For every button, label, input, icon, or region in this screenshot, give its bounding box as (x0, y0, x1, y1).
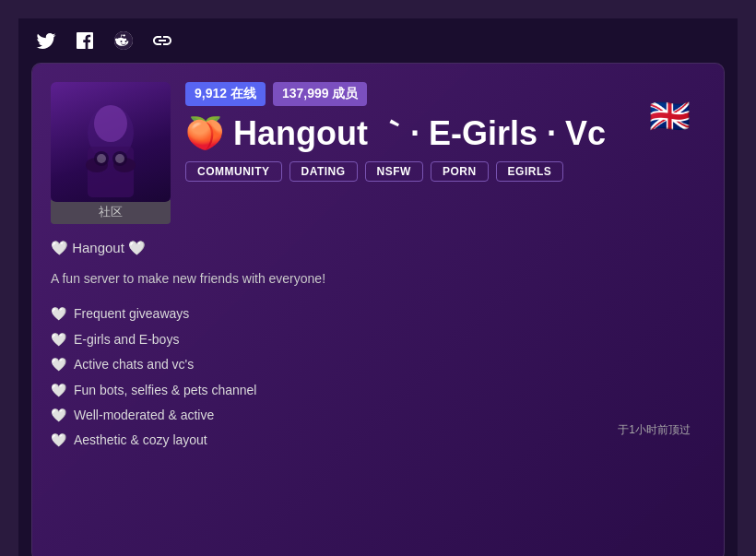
feature-text-1: Frequent giveaways (74, 303, 189, 324)
feature-item: 🤍 Well-moderated & active (51, 405, 705, 425)
hangout-header: 🤍 Hangout 🤍 (51, 237, 705, 259)
server-emoji: 🍑 (185, 116, 224, 150)
tag-porn[interactable]: PORN (431, 161, 489, 182)
svg-point-1 (121, 41, 123, 42)
feature-list: 🤍 Frequent giveaways 🤍 E-girls and E-boy… (51, 303, 705, 450)
card-body: 🤍 Hangout 🤍 A fun server to make new fri… (51, 237, 705, 451)
feature-text-5: Well-moderated & active (74, 405, 214, 425)
stats-row: 9,912 在线 137,999 成员 (185, 82, 705, 106)
server-name: 🍑 Hangout ｀· E-Girls · Vc (185, 115, 705, 152)
feature-item: 🤍 E-girls and E-boys (51, 329, 705, 349)
card-header: 社区 9,912 在线 137,999 成员 🍑 Hangout ｀· E-Gi… (51, 82, 705, 224)
heart-icon-1: 🤍 (51, 303, 66, 324)
timestamp: 于1小时前顶过 (618, 422, 691, 438)
feature-item: 🤍 Frequent giveaways (51, 303, 705, 324)
members-badge: 137,999 成员 (273, 82, 368, 106)
feature-item: 🤍 Active chats and vc's (51, 354, 705, 374)
svg-point-11 (115, 154, 124, 163)
svg-point-2 (125, 41, 127, 42)
tags-row: COMMUNITY DATING NSFW PORN EGIRLS (185, 161, 705, 182)
feature-text-2: E-girls and E-boys (74, 329, 179, 349)
heart-icon-4: 🤍 (51, 380, 66, 400)
description: A fun server to make new friends with ev… (51, 268, 705, 289)
avatar-label: 社区 (51, 200, 171, 224)
main-container: 🇬🇧 (18, 18, 738, 556)
svg-point-10 (97, 154, 106, 163)
avatar-section: 社区 (51, 82, 171, 224)
feature-text-3: Active chats and vc's (74, 354, 194, 374)
avatar (51, 82, 171, 202)
reddit-icon[interactable] (111, 28, 136, 53)
heart-icon-6: 🤍 (51, 430, 66, 450)
tag-community[interactable]: COMMUNITY (185, 161, 282, 182)
flag-icon: 🇬🇧 (649, 97, 691, 136)
tag-egirls[interactable]: EGIRLS (496, 161, 564, 182)
feature-text-6: Aesthetic & cozy layout (74, 430, 207, 450)
link-icon[interactable] (149, 28, 175, 53)
facebook-icon[interactable] (72, 28, 98, 53)
info-section: 9,912 在线 137,999 成员 🍑 Hangout ｀· E-Girls… (185, 82, 705, 182)
feature-text-4: Fun bots, selfies & pets channel (74, 380, 256, 400)
top-bar (18, 18, 738, 63)
server-card: 🇬🇧 (31, 63, 725, 556)
heart-icon-3: 🤍 (51, 354, 66, 374)
twitter-icon[interactable] (33, 28, 59, 53)
tag-dating[interactable]: DATING (289, 161, 358, 182)
feature-item: 🤍 Aesthetic & cozy layout (51, 430, 705, 450)
server-name-text: Hangout ｀· E-Girls · Vc (233, 115, 606, 152)
online-badge: 9,912 在线 (185, 82, 266, 106)
feature-item: 🤍 Fun bots, selfies & pets channel (51, 380, 705, 400)
tag-nsfw[interactable]: NSFW (365, 161, 423, 182)
heart-icon-2: 🤍 (51, 329, 66, 349)
heart-icon-5: 🤍 (51, 405, 66, 425)
svg-point-4 (94, 105, 127, 142)
